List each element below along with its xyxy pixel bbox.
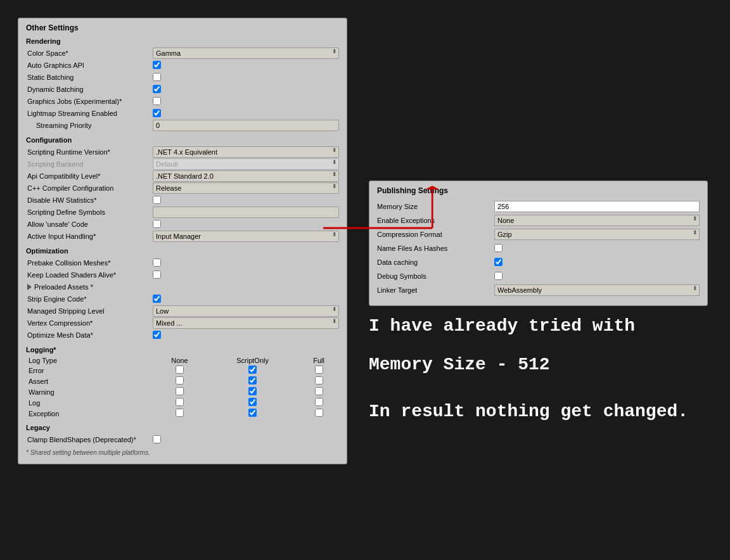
scripting-runtime-dropdown[interactable]: .NET 4.x Equivalent — [153, 146, 339, 158]
error-scriptonly-cell[interactable] — [207, 365, 298, 376]
name-files-checkbox[interactable] — [494, 244, 503, 252]
cpp-compiler-control[interactable]: Release — [153, 182, 339, 194]
name-files-control[interactable] — [494, 244, 700, 253]
active-input-dropdown[interactable]: Input Manager — [153, 231, 339, 242]
error-scriptonly-checkbox[interactable] — [248, 366, 257, 374]
api-compatibility-control[interactable]: .NET Standard 2.0 — [153, 170, 339, 182]
keep-loaded-shaders-control[interactable] — [153, 270, 339, 280]
log-none-checkbox[interactable] — [176, 398, 184, 406]
warning-full-cell[interactable] — [298, 386, 339, 397]
optimize-mesh-control[interactable] — [153, 331, 339, 340]
scripting-backend-dropdown-wrapper[interactable]: Default — [153, 158, 339, 170]
auto-graphics-control[interactable] — [153, 61, 339, 70]
data-caching-checkbox[interactable] — [494, 258, 503, 266]
prebake-collision-control[interactable] — [153, 258, 339, 268]
optimize-mesh-checkbox[interactable] — [153, 331, 161, 339]
log-full-cell[interactable] — [298, 397, 339, 408]
disable-hw-checkbox[interactable] — [153, 196, 161, 204]
compression-format-control[interactable]: Gzip Brotli Disabled — [494, 229, 700, 240]
color-space-dropdown-wrapper[interactable]: Gamma Linear — [153, 48, 339, 59]
linker-target-control[interactable]: WebAssembly asm.js Both — [494, 284, 700, 296]
cpp-compiler-dropdown[interactable]: Release — [153, 182, 339, 194]
exception-scriptonly-checkbox[interactable] — [248, 409, 257, 417]
exception-none-checkbox[interactable] — [176, 409, 184, 417]
error-none-cell[interactable] — [153, 365, 207, 376]
assert-none-cell[interactable] — [153, 376, 207, 386]
color-space-dropdown[interactable]: Gamma Linear — [153, 48, 339, 59]
streaming-priority-control[interactable] — [153, 120, 339, 131]
scripting-runtime-control[interactable]: .NET 4.x Equivalent — [153, 146, 339, 158]
compression-format-dropdown-wrapper[interactable]: Gzip Brotli Disabled — [494, 229, 700, 240]
allow-unsafe-checkbox[interactable] — [153, 220, 161, 228]
assert-full-checkbox[interactable] — [315, 376, 323, 385]
scripting-define-control[interactable] — [153, 207, 339, 218]
dynamic-batching-control[interactable] — [153, 85, 339, 94]
warning-none-checkbox[interactable] — [176, 387, 184, 395]
debug-symbols-checkbox[interactable] — [494, 272, 503, 280]
api-compatibility-dropdown-wrapper[interactable]: .NET Standard 2.0 — [153, 170, 339, 182]
cpp-compiler-dropdown-wrapper[interactable]: Release — [153, 182, 339, 194]
allow-unsafe-control[interactable] — [153, 220, 339, 229]
warning-scriptonly-cell[interactable] — [207, 386, 298, 397]
lightmap-streaming-control[interactable] — [153, 109, 339, 118]
api-compatibility-dropdown[interactable]: .NET Standard 2.0 — [153, 170, 339, 182]
assert-full-cell[interactable] — [298, 376, 339, 386]
linker-target-dropdown-wrapper[interactable]: WebAssembly asm.js Both — [494, 284, 700, 296]
scripting-backend-dropdown[interactable]: Default — [153, 158, 339, 170]
managed-stripping-dropdown-wrapper[interactable]: Low Medium High — [153, 305, 339, 317]
warning-full-checkbox[interactable] — [315, 387, 323, 395]
memory-size-input[interactable] — [494, 201, 700, 212]
assert-scriptonly-checkbox[interactable] — [248, 376, 257, 385]
vertex-compression-dropdown-wrapper[interactable]: Mixed ... — [153, 317, 339, 329]
log-scriptonly-cell[interactable] — [207, 397, 298, 408]
strip-engine-control[interactable] — [153, 295, 339, 304]
error-none-checkbox[interactable] — [176, 366, 184, 374]
graphics-jobs-control[interactable] — [153, 97, 339, 106]
clamp-blend-shapes-checkbox[interactable] — [153, 435, 161, 443]
enable-exceptions-control[interactable]: None ExplicitlyThrownExceptionsOnly Full — [494, 215, 700, 226]
prebake-collision-checkbox[interactable] — [153, 258, 161, 267]
warning-scriptonly-checkbox[interactable] — [248, 387, 257, 395]
color-space-control[interactable]: Gamma Linear — [153, 48, 339, 59]
memory-size-control[interactable] — [494, 201, 700, 212]
static-batching-checkbox[interactable] — [153, 73, 161, 81]
active-input-control[interactable]: Input Manager — [153, 231, 339, 242]
strip-engine-checkbox[interactable] — [153, 295, 161, 303]
graphics-jobs-checkbox[interactable] — [153, 97, 161, 105]
active-input-dropdown-wrapper[interactable]: Input Manager — [153, 231, 339, 242]
vertex-compression-control[interactable]: Mixed ... — [153, 317, 339, 329]
data-caching-control[interactable] — [494, 258, 700, 267]
error-full-cell[interactable] — [298, 365, 339, 376]
scripting-define-input[interactable] — [153, 207, 339, 218]
log-scriptonly-checkbox[interactable] — [248, 398, 257, 406]
warning-none-cell[interactable] — [153, 386, 207, 397]
exception-full-cell[interactable] — [298, 408, 339, 419]
error-full-checkbox[interactable] — [315, 366, 323, 374]
managed-stripping-dropdown[interactable]: Low Medium High — [153, 305, 339, 317]
managed-stripping-control[interactable]: Low Medium High — [153, 305, 339, 317]
compression-format-dropdown[interactable]: Gzip Brotli Disabled — [494, 229, 700, 240]
assert-scriptonly-cell[interactable] — [207, 376, 298, 386]
vertex-compression-dropdown[interactable]: Mixed ... — [153, 317, 339, 329]
exception-scriptonly-cell[interactable] — [207, 408, 298, 419]
disable-hw-control[interactable] — [153, 196, 339, 205]
log-full-checkbox[interactable] — [315, 398, 323, 406]
exception-none-cell[interactable] — [153, 408, 207, 419]
debug-symbols-control[interactable] — [494, 272, 700, 281]
assert-none-checkbox[interactable] — [176, 376, 184, 385]
dynamic-batching-checkbox[interactable] — [153, 85, 161, 93]
enable-exceptions-dropdown[interactable]: None ExplicitlyThrownExceptionsOnly Full — [494, 215, 700, 226]
keep-loaded-shaders-checkbox[interactable] — [153, 270, 161, 279]
exception-full-checkbox[interactable] — [315, 409, 323, 417]
preloaded-arrow-icon[interactable] — [27, 284, 32, 290]
log-none-cell[interactable] — [153, 397, 207, 408]
scripting-runtime-dropdown-wrapper[interactable]: .NET 4.x Equivalent — [153, 146, 339, 158]
clamp-blend-shapes-control[interactable] — [153, 435, 339, 445]
linker-target-dropdown[interactable]: WebAssembly asm.js Both — [494, 284, 700, 296]
streaming-priority-input[interactable] — [153, 120, 339, 131]
lightmap-streaming-checkbox[interactable] — [153, 109, 161, 117]
auto-graphics-checkbox[interactable] — [153, 61, 161, 69]
enable-exceptions-dropdown-wrapper[interactable]: None ExplicitlyThrownExceptionsOnly Full — [494, 215, 700, 226]
static-batching-control[interactable] — [153, 73, 339, 82]
scripting-backend-control[interactable]: Default — [153, 158, 339, 170]
